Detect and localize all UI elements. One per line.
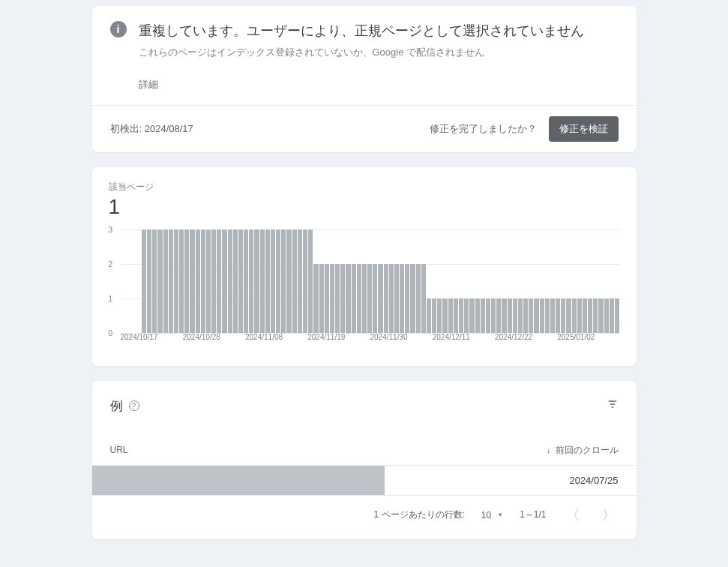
validate-fix-button[interactable]: 修正を検証	[549, 116, 619, 142]
chart-bar	[228, 230, 232, 333]
issue-subtitle: これらのページはインデックス登録されていないか、Google で配信されません	[139, 45, 619, 60]
chart-bar	[469, 298, 474, 333]
chart-bar	[384, 264, 388, 333]
chart-bar	[157, 230, 162, 333]
chart-bar	[518, 298, 523, 333]
y-tick: 1	[109, 294, 113, 302]
url-cell-placeholder	[92, 466, 385, 495]
chart-bar	[502, 298, 506, 333]
pager-next-button[interactable]: 〉	[599, 503, 619, 527]
x-tick: 2024/11/19	[307, 333, 370, 350]
chart-bar	[410, 264, 415, 333]
info-icon-wrap: i	[110, 21, 134, 92]
chart-bar	[556, 298, 560, 333]
chart-bar	[561, 298, 565, 333]
chart-bar	[593, 298, 598, 333]
chart-bar	[416, 264, 421, 333]
col-url-header[interactable]: URL	[110, 445, 514, 455]
chart-bar	[211, 230, 216, 333]
chart-card: 該当ページ 1 0123 2024/10/172024/10/282024/11…	[92, 167, 637, 366]
chart-bar	[196, 230, 200, 333]
table-pager: 1 ページあたりの行数: 10 ▼ 1～1/1 〈 〉	[92, 496, 637, 539]
chart-bar	[340, 264, 345, 333]
chart-bar	[292, 230, 297, 333]
chart-bar	[335, 264, 340, 333]
chart-bar	[249, 230, 253, 333]
chart-bar	[572, 298, 577, 333]
chart-bar	[459, 298, 463, 333]
examples-title: 例	[110, 398, 123, 415]
chart-bar	[233, 230, 238, 333]
chart-bar	[346, 264, 350, 333]
table-row[interactable]: 2024/07/25	[92, 466, 637, 496]
issue-detail-link[interactable]: 詳細	[139, 78, 619, 92]
examples-title-wrap: 例 ?	[110, 398, 139, 415]
chart-bar	[448, 298, 453, 333]
chart-bar	[260, 230, 265, 333]
chart-bar	[432, 298, 436, 333]
chart-bar	[405, 264, 409, 333]
chart-bar	[496, 298, 501, 333]
dropdown-icon: ▼	[497, 512, 503, 518]
chart-bar	[540, 298, 544, 333]
rows-per-page-select[interactable]: 10 ▼	[481, 510, 503, 520]
chart-x-axis: 2024/10/172024/10/282024/11/082024/11/19…	[121, 333, 620, 350]
chart-bar	[190, 230, 194, 333]
chart-bar	[313, 264, 318, 333]
chart-series-label: 該当ページ	[109, 181, 620, 194]
info-footer: 初検出: 2024/08/17 修正を完了しましたか？ 修正を検証	[92, 105, 637, 152]
examples-card: 例 ? URL ↓ 前回のクロール 2024/07/25 1 ページあたりの行数…	[92, 381, 637, 539]
chart-bar	[357, 264, 361, 333]
help-icon[interactable]: ?	[129, 400, 139, 411]
chart-bar	[201, 230, 205, 333]
chart-bar	[163, 230, 168, 333]
chart-bar	[464, 298, 469, 333]
info-body: i 重複しています。ユーザーにより、正規ページとして選択されていません これらの…	[92, 6, 637, 105]
chart-bar	[319, 264, 324, 333]
sort-arrow-down-icon: ↓	[547, 446, 551, 454]
chart-bar	[604, 298, 609, 333]
chart-bar	[615, 298, 619, 333]
chart-bar	[545, 298, 550, 333]
rows-per-page-value: 10	[481, 510, 491, 520]
pager-prev-button[interactable]: 〈	[563, 503, 583, 527]
chart-bar	[437, 298, 442, 333]
chart-bar	[362, 264, 367, 333]
x-tick: 2024/10/28	[183, 333, 245, 350]
chart-bar	[352, 264, 356, 333]
chart-bar	[281, 230, 286, 333]
chart-bar	[598, 298, 603, 333]
chart-bar	[271, 230, 275, 333]
chart-bar	[174, 230, 178, 333]
chart-bar	[330, 264, 334, 333]
chart-bar	[389, 264, 394, 333]
col-crawl-header[interactable]: ↓ 前回のクロール	[514, 444, 619, 457]
chart-bar	[298, 230, 302, 333]
chart-bar	[508, 298, 512, 333]
chart-bar	[373, 264, 377, 333]
col-crawl-label: 前回のクロール	[556, 444, 619, 457]
chart-bar	[308, 230, 313, 333]
chart-bar	[523, 298, 528, 333]
chart-bar	[481, 298, 485, 333]
chart-bar	[566, 298, 571, 333]
chart-bar	[550, 298, 555, 333]
x-tick: 2024/12/22	[495, 333, 557, 350]
chart-bar	[179, 230, 184, 333]
chart-bar	[244, 230, 248, 333]
chart-bar	[427, 298, 431, 333]
x-tick: 2025/01/02	[557, 333, 619, 350]
y-tick: 2	[109, 260, 113, 268]
filter-icon[interactable]	[607, 398, 619, 413]
chart-bar	[206, 230, 211, 333]
chart-bar	[147, 230, 151, 333]
last-crawl-cell: 2024/07/25	[514, 475, 619, 486]
rows-per-page-label: 1 ページあたりの行数:	[374, 508, 465, 521]
pager-range: 1～1/1	[520, 508, 546, 521]
chart-bar	[475, 298, 480, 333]
chart-current-value: 1	[109, 195, 620, 219]
chart-bar	[184, 230, 189, 333]
issue-info-card: i 重複しています。ユーザーにより、正規ページとして選択されていません これらの…	[92, 6, 637, 152]
examples-header: 例 ?	[92, 381, 637, 436]
examples-table-header: URL ↓ 前回のクロール	[92, 436, 637, 466]
